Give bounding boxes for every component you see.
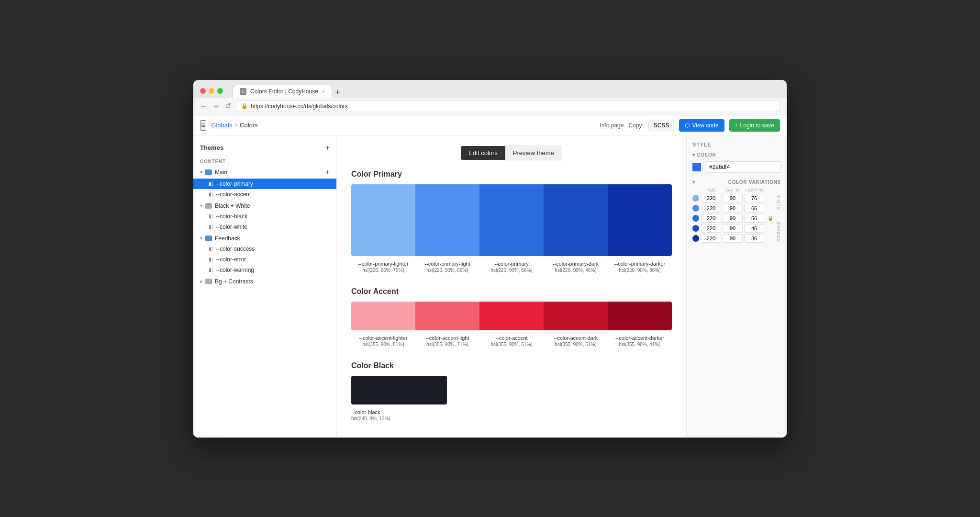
label-name-accent-dark: --color-accent-dark — [544, 335, 608, 341]
label-name-light: --color-primary-light — [415, 261, 479, 267]
edit-colors-button[interactable]: Edit colors — [461, 146, 505, 160]
swatch-accent-light[interactable] — [415, 302, 479, 330]
sidebar-item-color-primary[interactable]: ◧ --color-primary — [193, 179, 336, 189]
variation-sat-1[interactable] — [723, 204, 743, 213]
variation-circle-3[interactable] — [692, 225, 699, 232]
bg-contrasts-group-header[interactable]: ▸ Bg + Contrasts — [193, 276, 336, 287]
sidebar-item-color-black[interactable]: ◧ --color-black — [193, 211, 336, 222]
variation-light-2[interactable] — [744, 214, 764, 223]
variation-hue-1[interactable] — [701, 204, 721, 213]
variation-sat-2[interactable] — [723, 214, 743, 223]
label-name-accent-lighter: --color-accent-lighter — [351, 335, 415, 341]
swatch-black-base[interactable] — [351, 376, 447, 405]
minimize-traffic-light[interactable] — [209, 88, 214, 94]
info-page-link[interactable]: Info page — [600, 122, 624, 129]
menu-button[interactable]: ≡ — [200, 120, 206, 131]
variation-light-3[interactable] — [744, 224, 764, 233]
sidebar-item-label-warning: --color-warning — [216, 267, 254, 273]
swatch-primary-lighter[interactable] — [351, 184, 415, 256]
label-value-accent-dark: hsl(355, 90%, 51%) — [544, 342, 608, 347]
view-code-button[interactable]: ⬡ View code — [679, 119, 724, 132]
color-primary-title: Color Primary — [351, 170, 672, 179]
item-icon-primary: ◧ — [209, 181, 213, 186]
color-black-labels: --color-black hsl(240, 8%, 12%) — [351, 409, 672, 421]
url-bar[interactable]: 🔒 https://codyhouse.co/ds/globals/colors — [236, 101, 780, 112]
tab-close-icon[interactable]: × — [322, 89, 325, 94]
label-value-black-base: hsl(240, 8%, 12%) — [351, 416, 447, 421]
main-group-header[interactable]: ▾ Main + — [193, 166, 336, 179]
main-add-button[interactable]: + — [325, 168, 330, 177]
variation-inputs-1 — [701, 204, 771, 213]
variation-hue-3[interactable] — [701, 224, 721, 233]
item-icon-success: ◧ — [209, 246, 213, 251]
swatch-accent-darker[interactable] — [608, 302, 672, 330]
swatch-accent-base[interactable] — [479, 302, 544, 330]
bg-contrasts-folder-icon — [205, 279, 212, 284]
back-button[interactable]: ← — [200, 102, 208, 111]
variation-circle-4[interactable] — [692, 235, 699, 242]
swatch-accent-dark[interactable] — [544, 302, 608, 330]
label-accent-light: --color-accent-light hsl(355, 90%, 71%) — [415, 335, 479, 347]
sidebar-item-label-black: --color-black — [216, 213, 247, 220]
breadcrumb-separator: > — [234, 122, 238, 129]
label-primary-base: --color-primary hsl(220, 90%, 56%) — [479, 261, 544, 273]
swatch-accent-lighter[interactable] — [351, 302, 415, 330]
variation-sat-0[interactable] — [723, 194, 743, 202]
variation-sat-4[interactable] — [723, 234, 743, 243]
tab-bar: C Colors Editor | CodyHouse × + — [233, 85, 780, 98]
close-traffic-light[interactable] — [200, 88, 206, 94]
tints-label: TINTS — [776, 195, 781, 210]
variation-hue-4[interactable] — [701, 234, 721, 243]
swatch-primary-base[interactable] — [479, 184, 544, 256]
variation-circle-0[interactable] — [692, 195, 699, 202]
breadcrumb-globals[interactable]: Globals — [211, 122, 232, 129]
sidebar-item-color-white[interactable]: ◧ --color-white — [193, 222, 336, 232]
variation-light-4[interactable] — [744, 234, 764, 243]
login-save-button[interactable]: ↑ Login to save — [729, 119, 780, 132]
reload-button[interactable]: ↺ — [225, 101, 231, 111]
variation-light-0[interactable] — [744, 194, 764, 202]
title-bar: C Colors Editor | CodyHouse × + — [193, 80, 787, 98]
variation-light-1[interactable] — [744, 204, 764, 213]
main-folder-icon — [205, 169, 212, 175]
variation-row-4 — [692, 234, 771, 243]
variation-circle-2[interactable] — [692, 215, 699, 222]
swatch-primary-dark[interactable] — [544, 184, 608, 256]
breadcrumb: Globals > Colors — [211, 122, 257, 129]
themes-add-button[interactable]: + — [325, 144, 330, 152]
maximize-traffic-light[interactable] — [217, 88, 223, 94]
browser-tab[interactable]: C Colors Editor | CodyHouse × — [233, 85, 332, 98]
new-tab-button[interactable]: + — [332, 88, 343, 98]
forward-button[interactable]: → — [212, 102, 220, 111]
variation-hue-0[interactable] — [701, 194, 721, 202]
variation-circle-1[interactable] — [692, 205, 699, 212]
variation-hue-2[interactable] — [701, 214, 721, 223]
feedback-group-header[interactable]: ▾ Feedback — [193, 233, 336, 244]
variation-sat-3[interactable] — [723, 224, 743, 233]
label-value-accent-base: hsl(355, 90%, 61%) — [479, 342, 544, 347]
black-white-group-header[interactable]: ▾ Black + White — [193, 201, 336, 211]
item-icon-accent: ◧ — [209, 191, 213, 197]
sidebar-item-color-success[interactable]: ◧ --color-success — [193, 244, 336, 254]
swatch-primary-darker[interactable] — [608, 184, 672, 256]
tints-shades-wrapper: HUE SAT % LIGHT % — [692, 188, 781, 243]
scss-button[interactable]: SCSS — [648, 120, 675, 131]
browser-window: C Colors Editor | CodyHouse × + ← → ↺ 🔒 … — [193, 80, 787, 438]
color-subsection-title: ▾ COLOR — [692, 152, 781, 157]
chevron-right-icon-bg: ▸ — [200, 279, 202, 284]
sidebar-item-label-primary: --color-primary — [216, 180, 253, 187]
tab-title: Colors Editor | CodyHouse — [250, 88, 318, 95]
shades-label: SHADES — [776, 222, 781, 242]
sidebar-item-color-warning[interactable]: ◧ --color-warning — [193, 265, 336, 275]
sidebar-item-color-error[interactable]: ◧ --color-error — [193, 254, 336, 265]
preview-theme-button[interactable]: Preview theme — [505, 146, 562, 160]
color-accent-section: Color Accent --color-accent-lighter hsl(… — [351, 287, 672, 347]
url-text: https://codyhouse.co/ds/globals/colors — [251, 103, 348, 110]
sidebar-item-color-accent[interactable]: ◧ --color-accent — [193, 189, 336, 200]
label-accent-lighter: --color-accent-lighter hsl(355, 90%, 81%… — [351, 335, 415, 347]
color-preview-swatch[interactable] — [692, 163, 701, 171]
label-name-black-base: --color-black — [351, 409, 447, 415]
color-hex-input[interactable] — [705, 161, 781, 173]
swatch-primary-light[interactable] — [415, 184, 479, 256]
color-label: COLOR — [697, 152, 716, 157]
